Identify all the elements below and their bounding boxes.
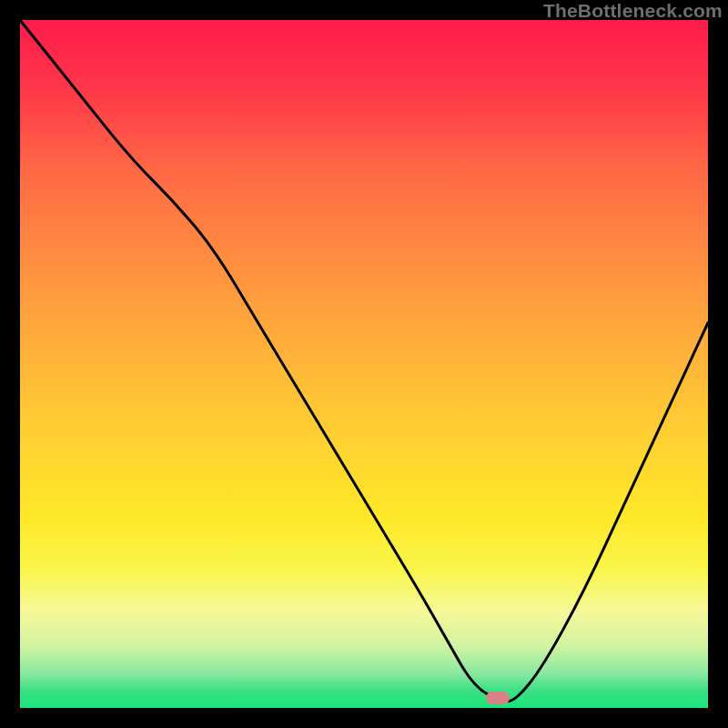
gradient-background — [20, 20, 708, 708]
chart-container: TheBottleneck.com — [0, 0, 728, 728]
watermark-text: TheBottleneck.com — [543, 0, 723, 22]
plot-area — [20, 20, 708, 708]
optimal-marker — [486, 692, 510, 704]
svg-rect-0 — [20, 20, 708, 708]
